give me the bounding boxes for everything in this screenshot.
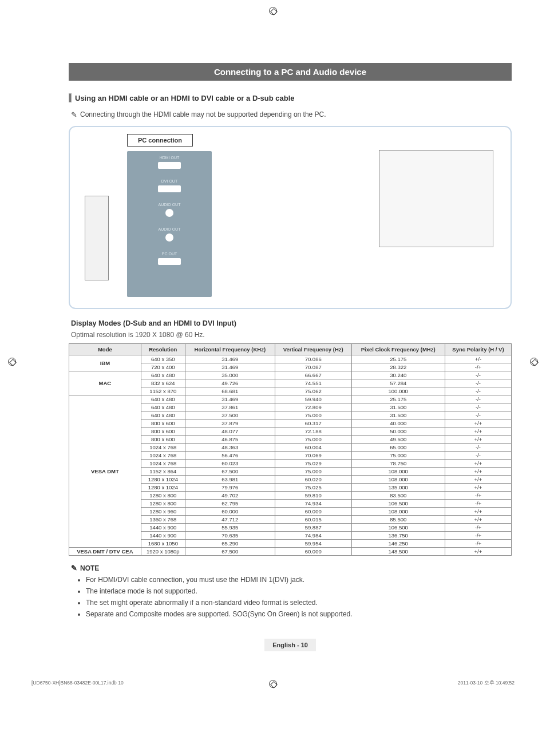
table-cell: 108.000	[351, 476, 445, 484]
table-cell: 60.317	[275, 419, 351, 428]
table-cell: 75.000	[351, 452, 445, 460]
table-cell: 1440 x 900	[141, 524, 185, 532]
table-cell: 75.025	[275, 484, 351, 492]
table-cell: -/+	[445, 540, 511, 548]
table-cell: 1440 x 900	[141, 532, 185, 540]
table-cell: +/+	[445, 419, 511, 428]
table-cell: 106.500	[351, 500, 445, 508]
table-cell: -/-	[445, 444, 511, 452]
table-cell: -/-	[445, 411, 511, 419]
table-cell: 72.809	[275, 403, 351, 411]
table-cell: -/+	[445, 492, 511, 500]
table-header-cell: Sync Polarity (H / V)	[445, 344, 511, 355]
table-cell: -/-	[445, 452, 511, 460]
table-cell: +/-	[445, 355, 511, 363]
table-cell: 62.795	[185, 500, 275, 508]
imprint-right: 2011-03-10 오후 10:49:52	[458, 680, 515, 687]
table-cell: 59.954	[275, 540, 351, 548]
table-cell: 75.062	[275, 387, 351, 395]
table-cell: 31.469	[185, 395, 275, 403]
table-cell: +/+	[445, 468, 511, 476]
list-item: The set might operate abnormally if a no…	[86, 599, 512, 607]
table-row: VESA DMT640 x 48031.46959.94025.175-/-	[69, 395, 512, 403]
table-cell: -/+	[445, 363, 511, 371]
table-cell: 31.469	[185, 355, 275, 363]
table-cell: 70.635	[185, 532, 275, 540]
table-cell: +/+	[445, 508, 511, 516]
note-heading: ✎ NOTE	[71, 564, 512, 572]
notes-list: For HDMI/DVI cable connection, you must …	[86, 576, 512, 618]
table-cell: +/+	[445, 548, 511, 556]
table-cell: +/+	[445, 476, 511, 484]
table-cell: 832 x 624	[141, 379, 185, 387]
table-row: IBM640 x 35031.46970.08625.175+/-	[69, 355, 512, 363]
table-cell: 37.861	[185, 403, 275, 411]
table-cell: 65.000	[351, 444, 445, 452]
port-label-audio-out-1: AUDIO OUT	[127, 198, 212, 207]
subheading-bar-icon	[69, 93, 72, 102]
table-cell: 1152 x 864	[141, 468, 185, 476]
subheading-text: Using an HDMI cable or an HDMI to DVI ca…	[75, 94, 295, 102]
table-cell: 1152 x 870	[141, 387, 185, 395]
table-cell: 100.000	[351, 387, 445, 395]
table-cell: 75.000	[275, 468, 351, 476]
table-cell: 60.000	[275, 508, 351, 516]
table-cell: 59.887	[275, 524, 351, 532]
table-cell: 37.879	[185, 419, 275, 428]
register-mark-right	[530, 358, 538, 366]
table-cell: -/+	[445, 500, 511, 508]
table-cell: 75.029	[275, 460, 351, 468]
table-mode-cell: VESA DMT	[69, 395, 141, 548]
table-cell: 70.069	[275, 452, 351, 460]
table-cell: 1280 x 800	[141, 492, 185, 500]
table-cell: 106.500	[351, 524, 445, 532]
table-row: MAC640 x 48035.00066.66730.240-/-	[69, 371, 512, 379]
table-cell: -/-	[445, 379, 511, 387]
table-cell: 28.322	[351, 363, 445, 371]
table-cell: 55.935	[185, 524, 275, 532]
hint-row: ✎ Connecting through the HDMI cable may …	[71, 110, 512, 119]
port-label-dvi-out: DVI OUT	[127, 175, 212, 183]
table-cell: 48.363	[185, 444, 275, 452]
table-cell: 146.250	[351, 540, 445, 548]
table-cell: 640 x 480	[141, 395, 185, 403]
table-cell: 65.290	[185, 540, 275, 548]
table-cell: 800 x 600	[141, 428, 185, 436]
table-cell: 83.500	[351, 492, 445, 500]
list-item: Separate and Composite modes are support…	[86, 610, 512, 618]
table-mode-cell: VESA DMT / DTV CEA	[69, 548, 141, 556]
hand-note-icon: ✎	[71, 110, 77, 119]
table-cell: 67.500	[185, 548, 275, 556]
table-cell: 49.726	[185, 379, 275, 387]
table-cell: 40.000	[351, 419, 445, 428]
pc-connection-label: PC connection	[127, 134, 193, 147]
subheading-row: Using an HDMI cable or an HDMI to DVI ca…	[69, 93, 512, 102]
table-cell: 79.976	[185, 484, 275, 492]
table-cell: 50.000	[351, 428, 445, 436]
table-cell: +/+	[445, 484, 511, 492]
table-cell: 1024 x 768	[141, 452, 185, 460]
table-cell: 75.000	[275, 436, 351, 444]
table-header-cell: Mode	[69, 344, 141, 355]
table-cell: 78.750	[351, 460, 445, 468]
vga-port-icon	[158, 258, 181, 265]
table-cell: 1280 x 800	[141, 500, 185, 508]
port-label-audio-out-2: AUDIO OUT	[127, 223, 212, 231]
table-cell: 135.000	[351, 484, 445, 492]
table-cell: -/+	[445, 532, 511, 540]
table-row: VESA DMT / DTV CEA1920 x 1080p67.50060.0…	[69, 548, 512, 556]
table-cell: 30.240	[351, 371, 445, 379]
table-cell: +/+	[445, 516, 511, 524]
table-header-cell: Horizontal Frequency (KHz)	[185, 344, 275, 355]
table-cell: -/+	[445, 524, 511, 532]
table-header-cell: Pixel Clock Frequency (MHz)	[351, 344, 445, 355]
table-mode-cell: MAC	[69, 371, 141, 395]
table-cell: 25.175	[351, 395, 445, 403]
table-cell: -/-	[445, 371, 511, 379]
audio-port-icon-2	[165, 233, 173, 242]
table-cell: -/-	[445, 395, 511, 403]
table-cell: 66.667	[275, 371, 351, 379]
table-cell: 35.000	[185, 371, 275, 379]
pc-ports-panel: HDMI OUT DVI OUT AUDIO OUT AUDIO OUT PC …	[127, 151, 212, 297]
table-cell: 60.015	[275, 516, 351, 524]
